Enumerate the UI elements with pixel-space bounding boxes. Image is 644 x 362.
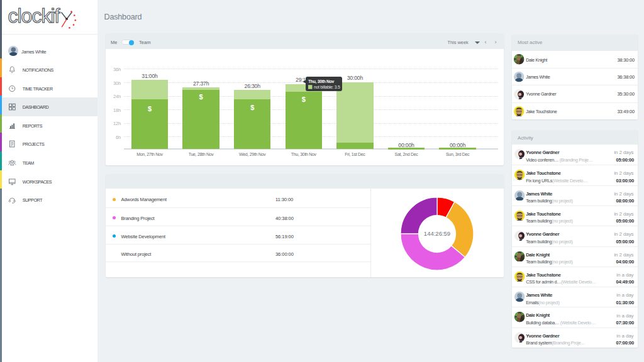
svg-text:Thu, 30th Nov: Thu, 30th Nov bbox=[308, 79, 335, 84]
svg-text:clockif: clockif bbox=[8, 4, 60, 27]
svg-text:not billable: 3.5: not billable: 3.5 bbox=[314, 85, 340, 89]
svg-text:144:26:59: 144:26:59 bbox=[424, 230, 450, 237]
